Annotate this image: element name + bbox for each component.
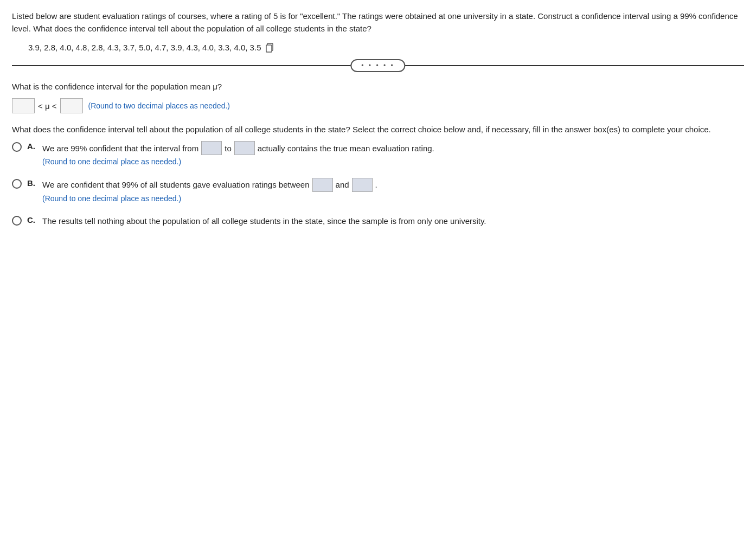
divider: • • • • • <box>12 58 744 73</box>
choice-b-input-2[interactable] <box>352 178 373 192</box>
choice-label-b: B. <box>27 178 37 188</box>
divider-oval: • • • • • <box>350 59 405 72</box>
choice-item-b: B. We are confident that 99% of all stud… <box>12 178 744 205</box>
choice-label-a: A. <box>27 142 37 151</box>
choice-content-c: The results tell nothing about the popul… <box>42 215 744 227</box>
less-than-mu-less-than: < μ < <box>38 101 57 111</box>
choice-b-inline: We are confident that 99% of all student… <box>42 178 377 192</box>
ci-hint: (Round to two decimal places as needed.) <box>88 101 230 110</box>
choice-b-input-1[interactable] <box>312 178 333 192</box>
copy-icon[interactable] <box>265 43 275 53</box>
choice-a-text-after: actually contains the true mean evaluati… <box>258 142 434 155</box>
choice-a-hint: (Round to one decimal place as needed.) <box>42 156 744 168</box>
choice-content-a: We are 99% confident that the interval f… <box>42 141 744 168</box>
choices-section: A. We are 99% confident that the interva… <box>12 141 744 227</box>
svg-rect-1 <box>266 45 272 52</box>
choice-c-text: The results tell nothing about the popul… <box>42 216 486 226</box>
choice-a-text-between: to <box>225 142 232 155</box>
radio-b[interactable] <box>12 179 22 189</box>
copy-svg-icon <box>265 43 275 53</box>
choice-a-inline: We are 99% confident that the interval f… <box>42 141 434 155</box>
choice-a-text-before: We are 99% confident that the interval f… <box>42 142 198 155</box>
choice-b-text-between: and <box>336 178 349 191</box>
choice-label-c: C. <box>27 215 37 224</box>
radio-a[interactable] <box>12 142 22 152</box>
choice-b-hint: (Round to one decimal place as needed.) <box>42 193 744 205</box>
ci-lower-input[interactable] <box>12 98 35 113</box>
choice-a-input-2[interactable] <box>234 141 255 155</box>
data-values: 3.9, 2.8, 4.0, 4.8, 2.8, 4.3, 3.7, 5.0, … <box>28 43 261 52</box>
intro-text: Listed below are student evaluation rati… <box>12 10 744 35</box>
choice-a-input-1[interactable] <box>201 141 222 155</box>
choice-content-b: We are confident that 99% of all student… <box>42 178 744 205</box>
choice-item-c: C. The results tell nothing about the po… <box>12 215 744 227</box>
radio-c[interactable] <box>12 216 22 226</box>
choice-item-a: A. We are 99% confident that the interva… <box>12 141 744 168</box>
confidence-interval-input-row: < μ < (Round to two decimal places as ne… <box>12 98 744 113</box>
choice-b-text-before: We are confident that 99% of all student… <box>42 178 310 191</box>
choice-b-text-after: . <box>375 178 377 191</box>
confidence-interval-question: What is the confidence interval for the … <box>12 81 744 93</box>
data-row: 3.9, 2.8, 4.0, 4.8, 2.8, 4.3, 3.7, 5.0, … <box>28 43 744 53</box>
second-question-text: What does the confidence interval tell a… <box>12 123 744 136</box>
ci-upper-input[interactable] <box>60 98 83 113</box>
